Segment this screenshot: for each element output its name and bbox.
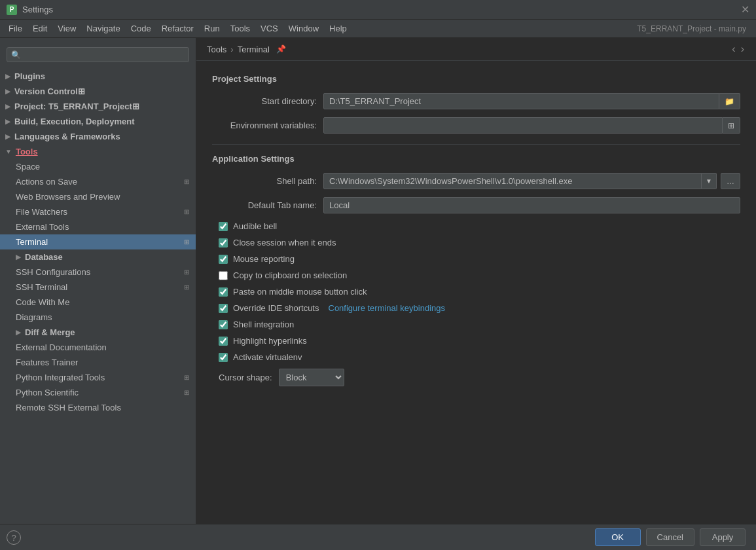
- cancel-button[interactable]: Cancel: [646, 528, 694, 546]
- shell-path-input[interactable]: [323, 173, 702, 189]
- sidebar-item-project[interactable]: ▶ Project: T5_ERRANT_Project ⊞: [0, 99, 196, 114]
- menu-help[interactable]: Help: [324, 21, 352, 36]
- project-settings-title: Project Settings: [212, 74, 740, 84]
- badge-icon: ⊞: [184, 268, 189, 276]
- badge-icon: ⊞: [78, 86, 85, 96]
- sidebar-item-label: Diff & Merge: [25, 327, 75, 337]
- expand-arrow: ▼: [5, 148, 12, 155]
- sidebar-item-web-browsers[interactable]: Web Browsers and Preview: [0, 189, 196, 204]
- sidebar-item-code-with-me[interactable]: Code With Me: [0, 295, 196, 310]
- search-box[interactable]: 🔍: [7, 47, 189, 62]
- sidebar-item-python-integrated-tools[interactable]: Python Integrated Tools ⊞: [0, 370, 196, 385]
- close-button[interactable]: ✕: [741, 3, 749, 16]
- sidebar: 🔍 ▶ Plugins ▶ Version Control ⊞ ▶ Projec…: [0, 38, 196, 524]
- breadcrumb-parent: Tools: [207, 45, 226, 54]
- badge-icon: ⊞: [184, 238, 189, 246]
- sidebar-item-terminal[interactable]: Terminal ⊞: [0, 234, 196, 249]
- menu-navigate[interactable]: Navigate: [81, 21, 125, 36]
- shell-path-field-wrap: ▼ …: [323, 173, 740, 189]
- shell-path-row: Shell path: ▼ …: [212, 173, 740, 189]
- sidebar-item-database[interactable]: ▶ Database: [0, 249, 196, 265]
- sidebar-item-actions-on-save[interactable]: Actions on Save ⊞: [0, 174, 196, 189]
- close-session-label: Close session when it ends: [233, 238, 336, 248]
- help-button[interactable]: ?: [7, 530, 21, 545]
- menu-window[interactable]: Window: [283, 21, 324, 36]
- menu-run[interactable]: Run: [199, 21, 225, 36]
- sidebar-item-label: Project: T5_ERRANT_Project: [14, 101, 132, 111]
- sidebar-item-file-watchers[interactable]: File Watchers ⊞: [0, 204, 196, 219]
- sidebar-item-features-trainer[interactable]: Features Trainer: [0, 355, 196, 370]
- shell-dropdown-button[interactable]: ▼: [702, 173, 717, 189]
- env-variables-browse-button[interactable]: ⊞: [723, 117, 740, 134]
- nav-forward-button[interactable]: ›: [740, 43, 746, 55]
- badge-icon: ⊞: [184, 389, 189, 396]
- expand-arrow: ▶: [5, 118, 10, 125]
- menu-bar: File Edit View Navigate Code Refactor Ru…: [0, 20, 756, 38]
- menu-edit[interactable]: Edit: [27, 21, 52, 36]
- default-tab-label: Default Tab name:: [212, 200, 317, 210]
- menu-refactor[interactable]: Refactor: [156, 21, 199, 36]
- sidebar-item-label: Diagrams: [16, 312, 52, 322]
- ok-button[interactable]: OK: [595, 528, 641, 546]
- cursor-shape-select[interactable]: Block Underline Vertical: [279, 369, 344, 386]
- sidebar-item-remote-ssh[interactable]: Remote SSH External Tools: [0, 400, 196, 415]
- badge-icon: ⊞: [184, 374, 189, 381]
- sidebar-item-diff-merge[interactable]: ▶ Diff & Merge: [0, 325, 196, 340]
- menu-vcs[interactable]: VCS: [255, 21, 283, 36]
- sidebar-item-label: Remote SSH External Tools: [16, 403, 121, 412]
- sidebar-item-label: Languages & Frameworks: [14, 132, 120, 141]
- audible-bell-checkbox[interactable]: [219, 222, 228, 231]
- sidebar-item-label: External Documentation: [16, 342, 107, 352]
- default-tab-input[interactable]: [323, 197, 740, 213]
- menu-file[interactable]: File: [3, 21, 27, 36]
- sidebar-item-diagrams[interactable]: Diagrams: [0, 310, 196, 325]
- activate-virtualenv-label: Activate virtualenv: [233, 352, 302, 362]
- badge-icon: ⊞: [184, 284, 189, 291]
- menu-view[interactable]: View: [52, 21, 81, 36]
- checkbox-override-ide: Override IDE shortcuts Configure termina…: [212, 303, 740, 313]
- expand-arrow: ▶: [16, 253, 21, 261]
- start-directory-row: Start directory: 📁: [212, 93, 740, 109]
- sidebar-item-plugins[interactable]: ▶ Plugins: [0, 69, 196, 84]
- search-input[interactable]: [24, 50, 185, 60]
- audible-bell-label: Audible bell: [233, 221, 277, 231]
- menu-code[interactable]: Code: [126, 21, 156, 36]
- sidebar-item-version-control[interactable]: ▶ Version Control ⊞: [0, 84, 196, 99]
- configure-keybindings-link[interactable]: Configure terminal keybindings: [329, 303, 445, 313]
- sidebar-item-ssh-terminal[interactable]: SSH Terminal ⊞: [0, 280, 196, 295]
- breadcrumb-current: Terminal: [238, 45, 270, 54]
- env-variables-input[interactable]: [323, 117, 723, 134]
- sidebar-item-build[interactable]: ▶ Build, Execution, Deployment: [0, 114, 196, 129]
- sidebar-item-ssh-configurations[interactable]: SSH Configurations ⊞: [0, 265, 196, 280]
- sidebar-item-external-tools[interactable]: External Tools: [0, 219, 196, 234]
- sidebar-item-external-documentation[interactable]: External Documentation: [0, 340, 196, 355]
- sidebar-item-languages[interactable]: ▶ Languages & Frameworks: [0, 129, 196, 144]
- shell-integration-checkbox[interactable]: [219, 320, 228, 329]
- start-directory-input[interactable]: [323, 93, 719, 109]
- highlight-hyperlinks-checkbox[interactable]: [219, 337, 228, 346]
- sidebar-item-label: Build, Execution, Deployment: [14, 117, 134, 126]
- main-layout: 🔍 ▶ Plugins ▶ Version Control ⊞ ▶ Projec…: [0, 38, 756, 524]
- close-session-checkbox[interactable]: [219, 238, 228, 248]
- sidebar-item-label: Version Control: [14, 86, 78, 96]
- copy-clipboard-label: Copy to clipboard on selection: [233, 270, 347, 280]
- copy-clipboard-checkbox[interactable]: [219, 271, 228, 280]
- mouse-reporting-checkbox[interactable]: [219, 255, 228, 264]
- sidebar-item-label: Code With Me: [16, 297, 69, 307]
- app-settings-title: Application Settings: [212, 154, 740, 164]
- sidebar-item-python-scientific[interactable]: Python Scientific ⊞: [0, 385, 196, 400]
- sidebar-item-label: SSH Terminal: [16, 282, 67, 292]
- apply-button[interactable]: Apply: [700, 528, 746, 546]
- env-variables-label: Environment variables:: [212, 120, 317, 130]
- activate-virtualenv-checkbox[interactable]: [219, 353, 228, 362]
- paste-middle-checkbox[interactable]: [219, 287, 228, 297]
- shell-path-label: Shell path:: [212, 176, 317, 186]
- override-ide-checkbox[interactable]: [219, 304, 228, 313]
- nav-back-button[interactable]: ‹: [730, 43, 736, 55]
- menu-tools[interactable]: Tools: [225, 21, 255, 36]
- shell-browse-button[interactable]: …: [721, 173, 740, 189]
- sidebar-item-space[interactable]: Space: [0, 159, 196, 174]
- sidebar-item-tools[interactable]: ▼ Tools: [0, 144, 196, 159]
- sidebar-item-label: Features Trainer: [16, 358, 78, 367]
- start-directory-browse-button[interactable]: 📁: [719, 93, 740, 109]
